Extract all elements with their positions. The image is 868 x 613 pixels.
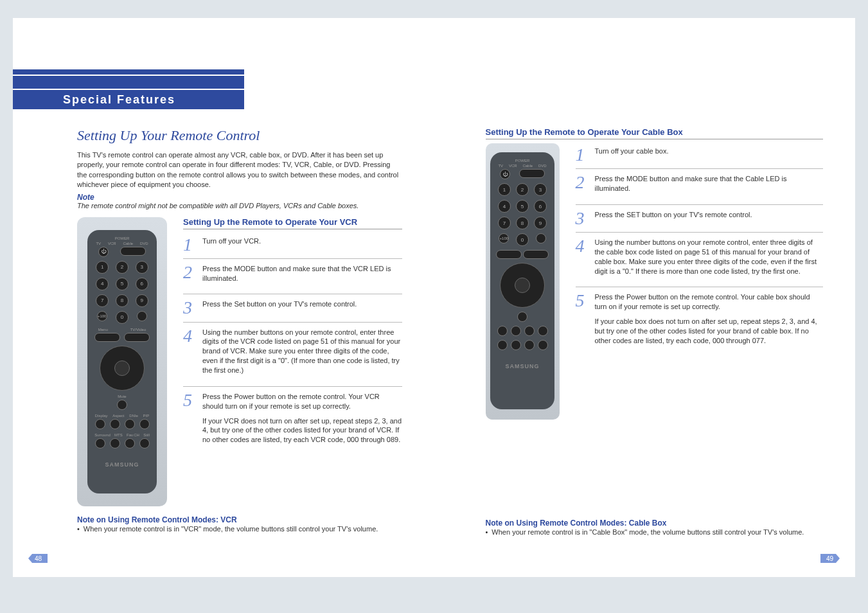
mute-button: [117, 400, 127, 410]
step-1: 1 Turn off your cable box.: [576, 143, 824, 169]
step-3: 3 Press the SET button on your TV's remo…: [576, 207, 824, 233]
step-2: 2 Press the MODE button and make sure th…: [183, 261, 402, 295]
cable-footnote-title: Note on Using Remote Control Modes: Cabl…: [486, 519, 824, 528]
step-5: 5 Press the Power button on the remote c…: [576, 289, 824, 356]
step-5: 5 Press the Power button on the remote c…: [183, 389, 402, 456]
manual-spread: Special Features Setting Up Your Remote …: [13, 18, 855, 577]
page-left: Special Features Setting Up Your Remote …: [13, 18, 434, 577]
power-label: POWER: [115, 236, 130, 240]
power-button-icon: ⏻: [98, 247, 109, 257]
page-number-left: 48: [32, 554, 48, 563]
note-label: Note: [77, 193, 402, 202]
step-2: 2 Press the MODE button and make sure th…: [576, 171, 824, 205]
chapter-heading: Special Features: [13, 90, 244, 109]
remote-illustration-cable: POWER TV VCR Cable DVD ⏻ 123 456 789 +10…: [486, 143, 560, 420]
remote-illustration: POWER TV VCR Cable DVD ⏻ 123 456 789: [77, 217, 167, 506]
vcr-footnote-title: Note on Using Remote Control Modes: VCR: [77, 515, 402, 524]
cable-footnote-text: When your remote control is in "Cable Bo…: [486, 528, 824, 537]
note-text: The remote control might not be compatib…: [77, 202, 402, 209]
section-title: Setting Up Your Remote Control: [77, 127, 402, 144]
vcr-subheading: Setting Up the Remote to Operate Your VC…: [183, 217, 402, 229]
dpad: [100, 346, 145, 391]
menu-button: [94, 333, 120, 342]
page-right: Setting Up the Remote to Operate Your Ca…: [434, 18, 856, 577]
step-4: 4 Using the number buttons on your remot…: [183, 324, 402, 387]
vcr-steps: Setting Up the Remote to Operate Your VC…: [183, 217, 402, 506]
samsung-logo: SAMSUNG: [93, 461, 152, 468]
step-4: 4 Using the number buttons on your remot…: [576, 235, 824, 287]
intro-paragraph: This TV's remote control can operate alm…: [77, 150, 402, 190]
cable-steps: 1 Turn off your cable box. 2 Press the M…: [576, 143, 824, 420]
step-3: 3 Press the Set button on your TV's remo…: [183, 296, 402, 322]
power-button-icon: ⏻: [500, 169, 510, 179]
vcr-footnote-text: When your remote control is in "VCR" mod…: [77, 524, 402, 534]
cable-subheading: Setting Up the Remote to Operate Your Ca…: [486, 127, 824, 139]
step-1: 1 Turn off your VCR.: [183, 233, 402, 259]
mode-slider: [120, 247, 146, 256]
page-number-right: 49: [820, 554, 836, 563]
